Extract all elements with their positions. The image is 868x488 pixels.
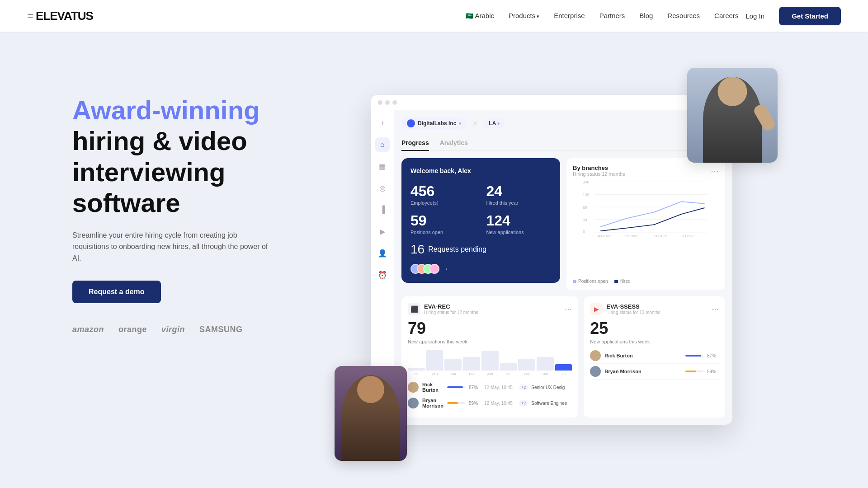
sidebar-home-icon[interactable]: ⌂ xyxy=(375,137,390,152)
arrow-icon[interactable]: → xyxy=(442,265,448,272)
eva-ssess-name-row: ▶ EVA-SSESS Hiring status for 12 months xyxy=(590,303,660,315)
virgin-logo: virgin xyxy=(161,325,185,334)
eva-ssess-name: EVA-SSESS xyxy=(606,303,660,310)
person-row-rick: Rick Burton 87% 12 May, 10:45 +2 Senior … xyxy=(408,380,572,395)
eva-rec-bar-chart xyxy=(408,348,572,371)
person-image-bottom xyxy=(335,366,407,461)
bar-7 xyxy=(537,357,554,371)
eva-rec-big-num: 79 xyxy=(408,319,572,338)
products-row: ⬛ EVA-REC Hiring status for 12 months ⋯ … xyxy=(401,296,725,418)
bar-label-4: 248 xyxy=(481,372,499,376)
bar-label-7: 168 xyxy=(537,372,554,376)
eva-rec-header: ⬛ EVA-REC Hiring status for 12 months ⋯ xyxy=(408,303,572,315)
dashboard-topbar: DigitalLabs Inc ▾ ✕ LA ▾ xyxy=(401,117,725,129)
stats-card: Welcome back, Alex 456 Employee(s) 24 Hi… xyxy=(401,158,560,283)
chart-title: By branches xyxy=(573,164,625,171)
rick-pct: 87% xyxy=(469,385,481,390)
bryan-role: Software Enginee xyxy=(531,401,572,406)
eva-ssess-header: ▶ EVA-SSESS Hiring status for 12 months … xyxy=(590,303,719,315)
stat-applications: 124 New applications xyxy=(486,213,552,235)
product-eva-rec: ⬛ EVA-REC Hiring status for 12 months ⋯ … xyxy=(401,296,578,418)
svg-text:60: 60 xyxy=(583,205,587,210)
bar-0 xyxy=(408,368,425,371)
svg-text:120: 120 xyxy=(583,192,589,197)
sidebar-add-icon[interactable]: ＋ xyxy=(375,116,390,130)
demo-button[interactable]: Request a demo xyxy=(72,281,161,303)
tab-progress[interactable]: Progress xyxy=(401,136,429,151)
nav-blog[interactable]: Blog xyxy=(639,12,653,19)
bar-label-5: 90 xyxy=(500,372,517,376)
ssess-rick-progress xyxy=(685,355,703,357)
hero-section: Award-winning hiring & video interviewin… xyxy=(0,32,868,488)
eva-rec-menu[interactable]: ⋯ xyxy=(565,305,572,314)
bar-label-6: 144 xyxy=(518,372,535,376)
hero-right: ＋ ⌂ ▦ ◎ ▐ ▶ 👤 ⏰ DigitalLabs Inc xyxy=(335,59,814,488)
eva-ssess-menu[interactable]: ⋯ xyxy=(712,305,719,314)
tab-analytics[interactable]: Analytics xyxy=(440,136,468,150)
bar-label-1: 258 xyxy=(426,372,443,376)
eva-ssess-candidates: Rick Burton 87% Bryan Morrison xyxy=(590,348,719,380)
rick-plus: +2 xyxy=(519,385,528,390)
company-dot xyxy=(407,119,415,127)
bar-label-0: 32 xyxy=(408,372,425,376)
bryan-progress xyxy=(447,402,465,404)
sidebar-chart-icon[interactable]: ◎ xyxy=(375,181,390,195)
chart-menu-button[interactable]: ⋯ xyxy=(711,166,719,176)
titlebar-dot-3 xyxy=(392,100,397,105)
rick-role: Senior UX Desig xyxy=(531,385,572,390)
login-button[interactable]: Log In xyxy=(738,9,772,23)
nav-careers[interactable]: Careers xyxy=(714,12,738,19)
product-eva-ssess: ▶ EVA-SSESS Hiring status for 12 months … xyxy=(584,296,725,418)
ssess-bryan-pct: 59% xyxy=(707,369,719,374)
nav-enterprise[interactable]: Enterprise xyxy=(554,12,585,19)
stat-employees: 456 Employee(s) xyxy=(410,183,476,206)
chart-section: By branches Hiring status 12 months ⋯ 34… xyxy=(566,158,725,290)
nav-products[interactable]: Products xyxy=(509,12,539,19)
chart-subtitle: Hiring status 12 months xyxy=(573,171,625,177)
ssess-person-row-bryan: Bryan Morrison 59% xyxy=(590,364,719,380)
client-logos: amazon orange virgin SAMSUNG xyxy=(72,325,307,334)
eva-rec-bar-labels: 322581441682489014416879 xyxy=(408,372,572,376)
company-badge[interactable]: DigitalLabs Inc ▾ xyxy=(401,117,467,129)
sidebar-video-icon[interactable]: ▶ xyxy=(375,224,390,239)
person-image-top xyxy=(687,68,778,163)
eva-rec-period: Hiring status for 12 months xyxy=(424,310,478,315)
bar-2 xyxy=(444,359,462,371)
bar-3 xyxy=(463,357,480,371)
ssess-bryan-avatar xyxy=(590,366,601,377)
eva-ssess-icon: ▶ xyxy=(590,303,603,315)
bryan-name: Bryan Morrison xyxy=(422,398,443,408)
chart-legend: Positions open Hired xyxy=(573,279,719,284)
bar-6 xyxy=(518,359,535,371)
sidebar-person-icon[interactable]: 👤 xyxy=(375,246,390,260)
svg-text:4Q 2021: 4Q 2021 xyxy=(598,234,610,237)
dashboard-titlebar xyxy=(371,95,732,110)
sidebar-table-icon[interactable]: ▦ xyxy=(375,159,390,174)
ssess-rick-pct: 87% xyxy=(707,353,719,358)
get-started-button[interactable]: Get Started xyxy=(779,7,841,25)
nav-arabic[interactable]: 🇸🇦 Arabic xyxy=(466,12,494,19)
bar-1 xyxy=(426,350,443,371)
titlebar-dot-1 xyxy=(378,100,382,105)
dashboard-main: DigitalLabs Inc ▾ ✕ LA ▾ Progress Analyt… xyxy=(394,110,732,425)
rick-avatar xyxy=(408,382,419,393)
welcome-text: Welcome back, Alex xyxy=(410,167,551,174)
bryan-plus: +2 xyxy=(519,400,528,406)
avatar-4 xyxy=(429,264,439,274)
nav-resources[interactable]: Resources xyxy=(667,12,700,19)
nav-partners[interactable]: Partners xyxy=(599,12,625,19)
ssess-person-row-rick: Rick Burton 87% xyxy=(590,348,719,364)
stats-footer: 16 Requests pending xyxy=(410,242,551,257)
eva-rec-icon: ⬛ xyxy=(408,303,420,315)
lang-badge[interactable]: LA ▾ xyxy=(483,118,505,128)
titlebar-dot-2 xyxy=(385,100,390,105)
sidebar-clock-icon[interactable]: ⏰ xyxy=(375,267,390,282)
sidebar-bar-icon[interactable]: ▐ xyxy=(375,202,390,217)
dashboard-tabs: Progress Analytics xyxy=(401,136,725,151)
eva-rec-candidates: Rick Burton 87% 12 May, 10:45 +2 Senior … xyxy=(408,380,572,411)
stat-hired: 24 Hired this year xyxy=(486,183,552,206)
eva-rec-name: EVA-REC xyxy=(424,303,478,310)
amazon-logo: amazon xyxy=(72,325,104,334)
dashboard-window: ＋ ⌂ ▦ ◎ ▐ ▶ 👤 ⏰ DigitalLabs Inc xyxy=(371,95,732,425)
svg-text:1Q 2022: 1Q 2022 xyxy=(625,234,637,237)
